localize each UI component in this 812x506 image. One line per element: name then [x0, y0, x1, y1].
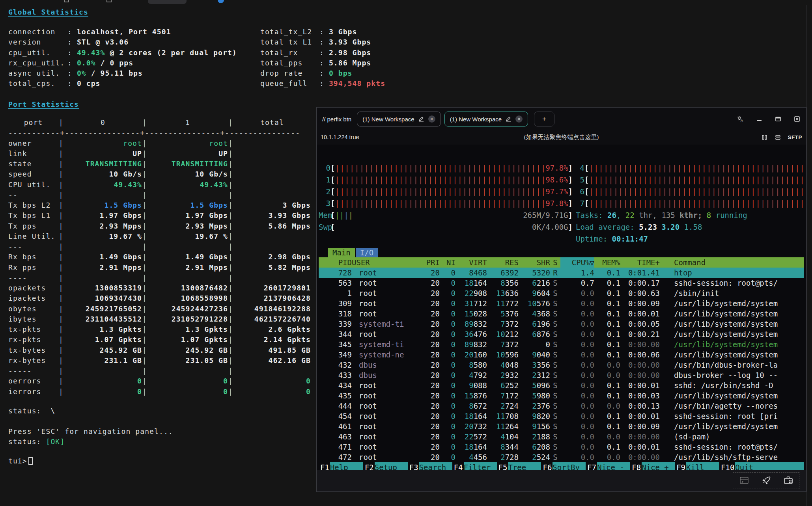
- tui-prompt[interactable]: tui>: [8, 457, 33, 465]
- stacked-rows-icon[interactable]: [774, 134, 781, 141]
- swap-value: 0K/4.00G: [532, 221, 568, 233]
- process-row[interactable]: 339systemd-ti2008983273726196S0.00.10:00…: [319, 319, 804, 329]
- edit-icon[interactable]: [418, 116, 425, 122]
- meter-bars: ||||||||||||||||||||||||||||||||||||||||…: [589, 162, 806, 174]
- cell-virt: 18164: [455, 442, 487, 452]
- htop-tab-io[interactable]: I/O: [356, 248, 378, 257]
- workspace-tab[interactable]: (1) New Workspace✕: [444, 112, 528, 126]
- cell-state: S: [550, 278, 560, 288]
- column-header-pri[interactable]: PRI: [415, 257, 440, 268]
- port-statistics-title[interactable]: Port Statistics: [8, 100, 79, 108]
- process-row[interactable]: 1root20022908136369604S0.00.10:00.63/sbi…: [319, 288, 804, 298]
- column-header-pid[interactable]: PID: [319, 257, 352, 268]
- global-stat-row: drop_rate: 0 bps: [260, 68, 385, 78]
- close-window-icon[interactable]: [793, 115, 801, 123]
- process-row[interactable]: 471root2001816483446208S0.00.10:00.01ssh…: [319, 442, 804, 452]
- terminal-icon[interactable]: [733, 472, 755, 489]
- prefix-button[interactable]: // perfix btn: [322, 116, 351, 123]
- column-header-shr[interactable]: SHR: [519, 257, 550, 268]
- port1-value: TRANSMITTING: [147, 159, 228, 169]
- port0-value: 19.67 %: [64, 231, 142, 242]
- column-separator: |: [228, 262, 233, 273]
- split-columns-icon[interactable]: [761, 134, 768, 141]
- global-statistics-title[interactable]: Global Statistics: [8, 8, 88, 16]
- cell-shr: 10576: [519, 298, 550, 309]
- fnkey-quit[interactable]: F10Quit: [719, 462, 804, 470]
- edit-icon[interactable]: [505, 116, 512, 122]
- column-header-mem[interactable]: MEM%: [594, 257, 620, 268]
- process-row[interactable]: 461root20020732112649156S0.00.10:00.09/u…: [319, 421, 804, 432]
- cell-res: 4048: [487, 360, 519, 370]
- cell-cpu: 0.0: [560, 442, 594, 452]
- cell-command: (sd-pam): [660, 432, 804, 442]
- fnkey-search[interactable]: F3Search: [408, 462, 452, 470]
- total-value: 5.82 Mpps: [233, 262, 311, 273]
- column-header-command[interactable]: Command: [660, 257, 804, 268]
- fnkey-tree[interactable]: F5Tree: [497, 462, 541, 470]
- rocket-icon[interactable]: [755, 472, 777, 489]
- fnkey-kill[interactable]: F9Kill: [675, 462, 719, 470]
- cell-shr: 6216: [519, 278, 550, 288]
- process-row[interactable]: 318root2001502853764368S0.00.10:00.01/us…: [319, 309, 804, 319]
- workspace-tab[interactable]: (1) New Workspace✕: [357, 112, 441, 126]
- process-row[interactable]: 349systemd-ne20020160105969040S0.00.10:0…: [319, 350, 804, 360]
- column-separator: |: [228, 304, 233, 314]
- column-header-res[interactable]: RES: [487, 257, 519, 268]
- col-header-0: 0: [64, 117, 142, 128]
- row-label: ----: [8, 273, 58, 283]
- close-tab-icon[interactable]: ✕: [515, 115, 523, 123]
- cell-virt: 9088: [455, 380, 487, 391]
- cell-res: 7372: [487, 319, 519, 329]
- column-header-ni[interactable]: NI: [440, 257, 455, 268]
- fnkey-sortby[interactable]: F6SortBy: [541, 462, 586, 470]
- cell-cpu: 0.0: [560, 370, 594, 380]
- column-header-user[interactable]: USER: [352, 257, 415, 268]
- column-header-time[interactable]: TIME+: [620, 257, 660, 268]
- process-row[interactable]: 435root2001587671725980S0.00.10:00.03/us…: [319, 391, 804, 401]
- close-tab-icon[interactable]: ✕: [428, 115, 435, 123]
- new-tab-button[interactable]: +: [534, 112, 554, 126]
- process-row[interactable]: 344root20036476102126876S0.00.10:00.21/u…: [319, 329, 804, 339]
- column-header-cpu[interactable]: CPU%▽: [560, 257, 594, 268]
- maximize-icon[interactable]: [775, 115, 782, 123]
- fnkey-nice[interactable]: F8Nice +: [630, 462, 675, 470]
- cell-time: 0:00.09: [620, 298, 660, 309]
- fnkey-nice[interactable]: F7Nice -: [586, 462, 630, 470]
- port0-value: UP: [64, 149, 142, 159]
- port0-value: [64, 366, 142, 376]
- column-header-virt[interactable]: VIRT: [455, 257, 487, 268]
- process-row[interactable]: 472root200445627282524S0.00.00:00.00/usr…: [319, 452, 804, 462]
- sftp-button[interactable]: SFTP: [788, 134, 802, 140]
- process-row[interactable]: 463root2002257241042188S0.00.00:00.00(sd…: [319, 432, 804, 442]
- process-row[interactable]: 432dbus200858040483356S0.00.00:00.00/usr…: [319, 360, 804, 370]
- minimize-icon[interactable]: [756, 115, 763, 123]
- process-row[interactable]: 309root200317121177210576S0.00.10:00.09/…: [319, 298, 804, 309]
- column-separator: |: [58, 210, 64, 221]
- htop-meters: 0[||||||||||||||||||||||||||||||||||||||…: [319, 162, 804, 245]
- cell-cpu: 0.0: [560, 309, 594, 319]
- htop-header-row[interactable]: PIDUSERPRINIVIRTRESSHRSCPU%▽MEM%TIME+Com…: [319, 257, 804, 268]
- process-row[interactable]: 728root200846863925320R1.40.10:01.41htop: [319, 268, 804, 278]
- process-row[interactable]: 433dbus200479229322312S0.00.00:00.00dbus…: [319, 370, 804, 380]
- process-row[interactable]: 434root200908862525096S0.00.10:00.01sshd…: [319, 380, 804, 391]
- column-separator: |: [228, 190, 233, 200]
- port0-value: 49.43%: [64, 180, 142, 190]
- cell-ni: 0: [440, 391, 455, 401]
- fnkey-help[interactable]: F1Help: [319, 462, 363, 470]
- swap-meter: Swp[ 0K/4.00G]: [319, 221, 573, 233]
- briefcase-icon[interactable]: [777, 472, 799, 489]
- focus-hint-label[interactable]: (如果无法聚焦终端点击这里): [317, 134, 806, 141]
- port0-value: 1.07 Gpkts: [64, 335, 142, 345]
- process-row[interactable]: 444root200867227242376S0.00.00:00.13/usr…: [319, 401, 804, 411]
- process-row[interactable]: 345systemd-ti2008983273720S0.00.10:00.00…: [319, 339, 804, 350]
- column-header-s[interactable]: S: [550, 257, 560, 268]
- cell-pid: 344: [319, 329, 352, 339]
- translate-icon[interactable]: A: [737, 115, 744, 123]
- process-row[interactable]: 563root2001816483566216S0.70.10:00.17ssh…: [319, 278, 804, 288]
- port-stat-row: obytes|245921765052|245924427236|4918461…: [8, 304, 311, 314]
- cell-pid: 435: [319, 391, 352, 401]
- htop-tab-main[interactable]: Main: [328, 248, 355, 257]
- fnkey-filter[interactable]: F4Filter: [452, 462, 497, 470]
- fnkey-setup[interactable]: F2Setup: [363, 462, 408, 470]
- process-row[interactable]: 454root20018164117089820S0.00.10:00.01ss…: [319, 411, 804, 421]
